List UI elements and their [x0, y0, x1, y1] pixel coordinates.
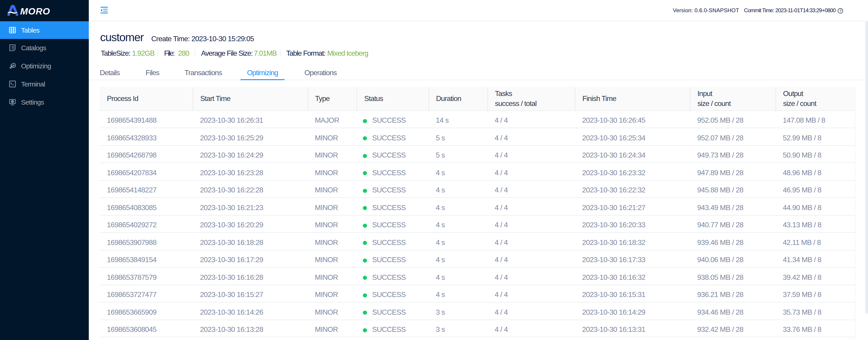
- svg-text:?: ?: [839, 9, 841, 13]
- svg-text:MORO: MORO: [20, 6, 50, 16]
